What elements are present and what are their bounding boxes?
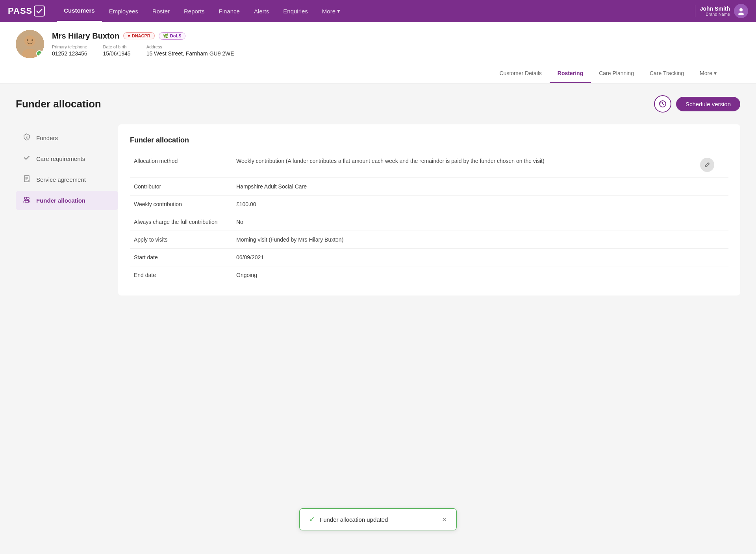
- svg-point-10: [24, 197, 27, 199]
- field-value: Ongoing: [232, 266, 696, 284]
- field-label: Start date: [130, 249, 232, 266]
- meta-phone: Primary telephone 01252 123456: [52, 44, 87, 57]
- main-content: Funder allocation Schedule version £: [0, 83, 756, 307]
- svg-point-6: [32, 39, 33, 41]
- sidebar-service-agreement-label: Service agreement: [36, 176, 86, 183]
- funder-allocation-icon: [22, 196, 32, 205]
- table-row: End dateOngoing: [130, 266, 728, 284]
- tab-more[interactable]: More ▾: [692, 65, 724, 83]
- tab-care-tracking[interactable]: Care Tracking: [642, 65, 692, 83]
- content-layout: £ Funders Care requirements: [16, 124, 740, 295]
- online-status-dot: [36, 50, 43, 57]
- nav-reports[interactable]: Reports: [177, 0, 212, 22]
- funder-allocation-panel: Funder allocation Allocation methodWeekl…: [118, 124, 740, 295]
- svg-point-0: [739, 8, 743, 11]
- table-row: Allocation methodWeekly contribution (A …: [130, 152, 728, 178]
- title-actions: Schedule version: [654, 95, 740, 113]
- sidebar-item-service-agreement[interactable]: Service agreement: [16, 170, 118, 189]
- patient-avatar: [16, 30, 44, 58]
- user-info: John Smith Brand Name: [700, 6, 730, 17]
- page-title: Funder allocation: [16, 98, 101, 110]
- patient-details: Mrs Hilary Buxton ♥ DNACPR 🌿 DoLS Primar…: [52, 31, 740, 57]
- care-requirements-icon: [22, 154, 32, 164]
- patient-info-row: Mrs Hilary Buxton ♥ DNACPR 🌿 DoLS Primar…: [16, 30, 740, 65]
- sidebar-funder-allocation-label: Funder allocation: [36, 197, 85, 204]
- table-row: Weekly contribution£100.00: [130, 196, 728, 213]
- history-icon: [659, 100, 667, 108]
- field-label: Contributor: [130, 178, 232, 196]
- badge-dnacpr: ♥ DNACPR: [123, 32, 155, 39]
- logo-text: PASS: [8, 6, 32, 16]
- sidebar-funders-label: Funders: [36, 135, 58, 141]
- user-name: John Smith: [700, 6, 730, 12]
- field-label: Always charge the full contribution: [130, 213, 232, 231]
- field-label: Weekly contribution: [130, 196, 232, 213]
- field-label: Allocation method: [130, 152, 232, 178]
- field-value: Weekly contribution (A funder contribute…: [232, 152, 696, 178]
- sidebar-item-care-requirements[interactable]: Care requirements: [16, 149, 118, 168]
- patient-header: Mrs Hilary Buxton ♥ DNACPR 🌿 DoLS Primar…: [0, 22, 756, 83]
- sidebar-care-requirements-label: Care requirements: [36, 155, 85, 162]
- left-sidebar: £ Funders Care requirements: [16, 124, 118, 295]
- schedule-version-button[interactable]: Schedule version: [676, 97, 740, 111]
- history-button[interactable]: [654, 95, 671, 113]
- tab-customer-details[interactable]: Customer Details: [491, 65, 549, 83]
- meta-dob: Date of birth 15/06/1945: [103, 44, 131, 57]
- action-cell: [696, 213, 728, 231]
- sidebar-item-funders[interactable]: £ Funders: [16, 128, 118, 148]
- svg-point-3: [24, 35, 35, 46]
- nav-customers[interactable]: Customers: [57, 0, 102, 22]
- field-value: No: [232, 213, 696, 231]
- svg-point-1: [738, 13, 744, 15]
- patient-name-row: Mrs Hilary Buxton ♥ DNACPR 🌿 DoLS: [52, 31, 740, 41]
- meta-address: Address 15 West Street, Farnham GU9 2WE: [146, 44, 234, 57]
- leaf-icon: 🌿: [163, 33, 169, 39]
- nav-divider: [695, 5, 695, 17]
- top-navigation: PASS Customers Employees Roster Reports …: [0, 0, 756, 22]
- section-title: Funder allocation: [130, 136, 728, 144]
- tab-care-planning[interactable]: Care Planning: [591, 65, 642, 83]
- sub-navigation: Customer Details Rostering Care Planning…: [16, 65, 740, 83]
- table-row: Always charge the full contributionNo: [130, 213, 728, 231]
- nav-finance[interactable]: Finance: [212, 0, 247, 22]
- nav-alerts[interactable]: Alerts: [247, 0, 276, 22]
- chevron-down-icon: ▾: [337, 7, 340, 15]
- patient-name: Mrs Hilary Buxton: [52, 31, 119, 41]
- action-cell: [696, 249, 728, 266]
- chevron-down-icon: ▾: [714, 70, 717, 76]
- funders-icon: £: [22, 133, 32, 143]
- edit-button[interactable]: [700, 158, 714, 172]
- field-value: Morning visit (Funded by Mrs Hilary Buxt…: [232, 231, 696, 249]
- field-label: Apply to visits: [130, 231, 232, 249]
- action-cell: [696, 178, 728, 196]
- action-cell: [696, 152, 728, 178]
- badge-dols: 🌿 DoLS: [159, 32, 186, 40]
- field-value: Hampshire Adult Social Care: [232, 178, 696, 196]
- logo[interactable]: PASS: [8, 6, 45, 17]
- heart-icon: ♥: [128, 33, 130, 38]
- nav-employees[interactable]: Employees: [102, 0, 145, 22]
- action-cell: [696, 231, 728, 249]
- table-row: Start date06/09/2021: [130, 249, 728, 266]
- action-cell: [696, 266, 728, 284]
- nav-links: Customers Employees Roster Reports Finan…: [57, 0, 690, 22]
- nav-more[interactable]: More ▾: [315, 0, 347, 22]
- page-title-row: Funder allocation Schedule version: [16, 95, 740, 113]
- nav-enquiries[interactable]: Enquiries: [276, 0, 315, 22]
- field-label: End date: [130, 266, 232, 284]
- tab-rostering[interactable]: Rostering: [550, 65, 591, 83]
- user-profile[interactable]: John Smith Brand Name: [700, 4, 748, 18]
- action-cell: [696, 196, 728, 213]
- table-row: Apply to visitsMorning visit (Funded by …: [130, 231, 728, 249]
- logo-check-icon: [34, 6, 45, 17]
- service-agreement-icon: [22, 175, 32, 185]
- nav-roster[interactable]: Roster: [145, 0, 177, 22]
- avatar[interactable]: [734, 4, 748, 18]
- svg-text:£: £: [26, 136, 28, 139]
- sidebar-item-funder-allocation[interactable]: Funder allocation: [16, 191, 118, 210]
- field-value: £100.00: [232, 196, 696, 213]
- user-brand: Brand Name: [700, 12, 730, 17]
- field-value: 06/09/2021: [232, 249, 696, 266]
- svg-point-5: [27, 39, 28, 41]
- svg-point-11: [27, 197, 29, 199]
